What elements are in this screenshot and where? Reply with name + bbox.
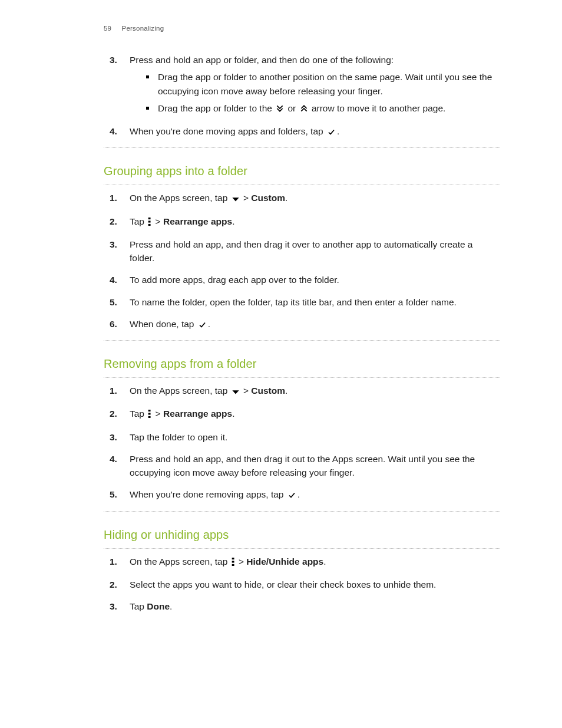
bullet-1: Drag the app or folder to another positi… <box>143 70 500 98</box>
page-header: 59 Personalizing <box>104 24 164 34</box>
step-5: 5. To name the folder, open the folder, … <box>104 295 500 309</box>
step-4: 4. To add more apps, drag each app over … <box>104 273 500 286</box>
step-1: 1. On the Apps screen, tap > Hide/Unhide… <box>104 555 500 569</box>
grouping-steps: 1. On the Apps screen, tap > Custom. 2. … <box>104 191 500 332</box>
step-3: 3. Tap the folder to open it. <box>104 430 500 444</box>
svg-rect-7 <box>148 416 151 418</box>
label-done: Done <box>147 601 170 611</box>
step-4: 4. Press and hold an app, and then drag … <box>104 452 500 480</box>
step-1: 1. On the Apps screen, tap > Custom. <box>104 384 500 398</box>
heading-hiding: Hiding or unhiding apps <box>104 526 500 543</box>
removing-steps: 1. On the Apps screen, tap > Custom. 2. … <box>104 384 500 503</box>
overflow-menu-icon <box>148 216 151 229</box>
step-2: 2. Tap > Rearrange apps. <box>104 407 500 421</box>
svg-marker-0 <box>232 197 239 201</box>
svg-rect-1 <box>148 218 151 219</box>
label-hide-unhide: Hide/Unhide apps <box>246 556 323 566</box>
step-4: 4. When you're done moving apps and fold… <box>104 124 500 139</box>
step-text: Press and hold an app or folder, and the… <box>130 55 394 65</box>
dropdown-triangle-icon <box>232 192 240 206</box>
hiding-steps: 1. On the Apps screen, tap > Hide/Unhide… <box>104 555 500 614</box>
dropdown-triangle-icon <box>232 385 240 398</box>
step-6: 6. When done, tap . <box>104 317 500 332</box>
bullet-2: Drag the app or folder to the or arrow t… <box>143 101 500 116</box>
overflow-menu-icon <box>232 556 235 569</box>
svg-rect-8 <box>232 558 234 559</box>
check-icon <box>327 126 336 139</box>
overflow-menu-icon <box>148 408 151 421</box>
svg-rect-10 <box>232 564 234 565</box>
svg-rect-2 <box>148 220 151 222</box>
step-3: 3. Press and hold an app, and then drag … <box>104 238 500 265</box>
label-custom: Custom <box>251 193 285 203</box>
page-number: 59 <box>104 25 111 32</box>
double-chevron-down-icon <box>276 103 284 116</box>
sub-bullets: Drag the app or folder to another positi… <box>143 70 500 116</box>
heading-removing: Removing apps from a folder <box>104 355 500 373</box>
step-1: 1. On the Apps screen, tap > Custom. <box>104 191 500 206</box>
step-2: 2. Tap > Rearrange apps. <box>104 215 500 229</box>
label-rearrange: Rearrange apps <box>163 216 232 226</box>
step-5: 5. When you're done removing apps, tap . <box>104 487 500 502</box>
heading-grouping: Grouping apps into a folder <box>104 162 500 180</box>
page-content: 3. Press and hold an app or folder, and … <box>104 24 500 613</box>
svg-rect-9 <box>232 561 234 562</box>
step-3: 3. Tap Done. <box>104 599 500 613</box>
step-number: 4. <box>110 124 117 138</box>
double-chevron-up-icon <box>300 103 308 116</box>
step-3: 3. Press and hold an app or folder, and … <box>104 53 500 116</box>
svg-marker-4 <box>232 390 239 394</box>
step-2: 2. Select the apps you want to hide, or … <box>104 578 500 591</box>
intro-steps: 3. Press and hold an app or folder, and … <box>104 53 500 139</box>
label-rearrange: Rearrange apps <box>163 409 232 419</box>
chapter-title: Personalizing <box>122 25 164 32</box>
document-page: 59 Personalizing 3. Press and hold an ap… <box>0 0 562 728</box>
svg-rect-5 <box>148 410 151 411</box>
step-number: 3. <box>110 53 117 67</box>
check-icon <box>198 318 207 332</box>
label-custom: Custom <box>251 386 285 396</box>
svg-rect-6 <box>148 413 151 415</box>
check-icon <box>287 489 296 502</box>
svg-rect-3 <box>148 223 151 225</box>
